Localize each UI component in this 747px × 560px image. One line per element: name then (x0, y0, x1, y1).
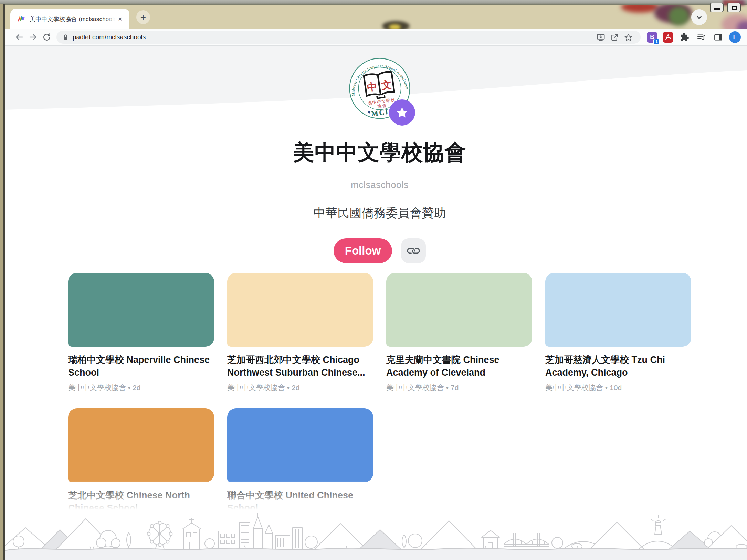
card-title: 芝加哥西北郊中文學校 Chicago Northwest Suburban Ch… (227, 354, 373, 379)
media-playlist-button[interactable] (695, 30, 707, 44)
browser-toolbar: padlet.com/mclsaschools (5, 29, 747, 46)
star-badge-icon (396, 106, 409, 119)
extensions-area: B 1 (647, 30, 741, 44)
padlet-favicon (17, 15, 25, 23)
side-panel-icon (714, 33, 723, 42)
extensions-menu-button[interactable] (678, 30, 690, 44)
install-app-button[interactable] (594, 31, 608, 43)
profile-avatar-button[interactable]: F (729, 31, 741, 43)
card-title: 瑞柏中文學校 Naperville Chinese School (68, 354, 214, 379)
tab-title: 美中中文學校協會 (mclsaschools (30, 15, 115, 23)
seal-book-left: 中 (366, 80, 378, 93)
padlet-card[interactable]: 克里夫蘭中文書院 Chinese Academy of Cleveland 美中… (386, 273, 532, 392)
avatar-letter: F (733, 34, 737, 41)
url-text: padlet.com/mclsaschools (73, 33, 594, 41)
window-left-border (0, 4, 5, 560)
padlet-page: Midwest Chinese Language School Associat… (5, 46, 747, 560)
card-thumbnail[interactable] (386, 273, 532, 347)
window-minimize-button[interactable] (710, 3, 724, 12)
card-thumbnail[interactable] (68, 408, 214, 482)
theme-art (621, 5, 659, 13)
share-button[interactable] (608, 31, 621, 43)
card-meta: 美中中文學校協會 • 7d (386, 383, 532, 392)
address-bar[interactable]: padlet.com/mclsaschools (56, 31, 641, 44)
restore-icon (732, 6, 737, 10)
pdf-extension-button[interactable] (663, 32, 673, 43)
puzzle-icon (680, 33, 689, 42)
theme-art (389, 24, 401, 29)
acrobat-icon (665, 34, 671, 41)
side-panel-button[interactable] (712, 30, 724, 44)
action-buttons: Follow (334, 238, 426, 263)
extension-b-button[interactable]: B 1 (647, 32, 657, 43)
seal-book-right: 文 (381, 78, 392, 91)
window-restore-button[interactable] (727, 3, 741, 12)
card-title: 芝加哥慈濟人文學校 Tzu Chi Academy, Chicago (545, 354, 691, 379)
share-icon (610, 33, 619, 42)
card-meta: 美中中文學校協會 • 2d (227, 383, 373, 392)
follow-badge (389, 99, 415, 126)
card-meta: 美中中文學校協會 • 2d (68, 383, 214, 392)
page-title: 美中中文學校協會 (293, 138, 466, 167)
page-description: 中華民國僑務委員會贊助 (314, 205, 446, 221)
profile-content: Midwest Chinese Language School Associat… (68, 46, 691, 527)
org-logo: Midwest Chinese Language School Associat… (348, 57, 411, 120)
chevron-down-icon (695, 13, 703, 21)
padlet-card[interactable]: 瑞柏中文學校 Naperville Chinese School 美中中文學校協… (68, 273, 214, 392)
tab-title-fade (103, 12, 115, 26)
playlist-icon (697, 33, 706, 42)
new-tab-button[interactable]: + (136, 10, 150, 24)
link-icon (405, 243, 422, 259)
page-subtitle: mclsaschools (351, 180, 409, 191)
install-icon (597, 33, 605, 42)
refresh-icon (42, 33, 51, 42)
extension-b-badge: 1 (653, 39, 660, 45)
card-thumbnail[interactable] (545, 273, 691, 347)
card-thumbnail[interactable] (68, 273, 214, 347)
forward-button[interactable] (26, 30, 40, 44)
arrow-left-icon (14, 32, 24, 42)
padlet-card[interactable]: 芝加哥西北郊中文學校 Chicago Northwest Suburban Ch… (227, 273, 373, 392)
card-thumbnail[interactable] (227, 408, 373, 482)
card-meta: 美中中文學校協會 • 10d (545, 383, 691, 392)
tab-close-button[interactable]: × (115, 14, 125, 24)
card-title: 克里夫蘭中文書院 Chinese Academy of Cleveland (386, 354, 532, 379)
lock-icon (62, 34, 69, 41)
refresh-button[interactable] (40, 30, 54, 44)
card-thumbnail[interactable] (227, 273, 373, 347)
copy-link-button[interactable] (401, 238, 426, 263)
browser-tab[interactable]: 美中中文學校協會 (mclsaschools × (10, 9, 129, 29)
tab-strip: 美中中文學校協會 (mclsaschools × + (5, 5, 747, 29)
footer-illustration (5, 508, 747, 560)
back-button[interactable] (12, 30, 26, 44)
padlet-card[interactable]: 芝加哥慈濟人文學校 Tzu Chi Academy, Chicago 美中中文學… (545, 273, 691, 392)
theme-art (669, 7, 689, 26)
window-top-border (0, 0, 747, 5)
star-icon (624, 33, 633, 42)
tab-search-button[interactable] (691, 9, 707, 25)
screen: 美中中文學校協會 (mclsaschools × + (0, 0, 747, 560)
follow-button[interactable]: Follow (334, 238, 392, 263)
minimize-icon (714, 8, 720, 10)
arrow-right-icon (28, 32, 38, 42)
bookmark-star-button[interactable] (621, 31, 635, 43)
